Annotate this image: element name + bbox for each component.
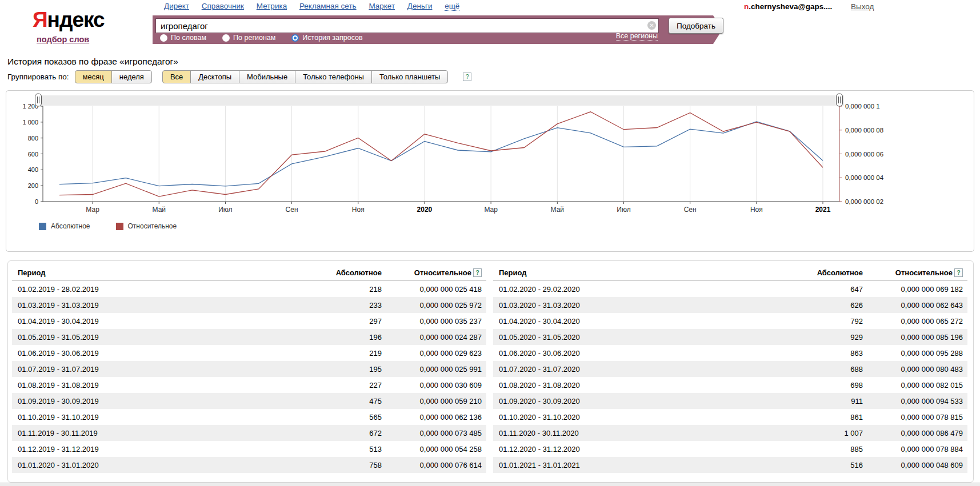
table-row: 01.04.2020 - 30.04.20207920,000 000 065 …: [493, 313, 967, 329]
submit-button[interactable]: Подобрать: [669, 18, 723, 34]
range-slider-left-handle[interactable]: [35, 94, 42, 106]
cell-relative: 0,000 000 085 196: [863, 333, 963, 342]
history-chart: 02004006008001 0001 2000,000 000 020,000…: [6, 91, 973, 214]
nav-link-more[interactable]: ещё: [445, 2, 459, 11]
account-email: n.chernysheva@gaps....: [744, 2, 832, 11]
mode-label: По словам: [171, 34, 206, 42]
tab-all-devices[interactable]: Все: [162, 70, 191, 83]
table-row: 01.06.2019 - 30.06.20192190,000 000 029 …: [12, 345, 486, 361]
history-table-2019: ПериодАбсолютноеОтносительное?01.02.2019…: [12, 264, 486, 482]
col-relative-label: Относительное: [895, 268, 953, 277]
cell-absolute: 758: [296, 461, 382, 469]
cell-absolute: 196: [296, 333, 382, 342]
tab-phones-only[interactable]: Только телефоны: [295, 70, 372, 83]
mode-by-regions[interactable]: По регионам: [222, 34, 275, 42]
table-header: ПериодАбсолютноеОтносительное?: [12, 264, 486, 281]
radio-unselected-icon[interactable]: [160, 34, 167, 42]
cell-period: 01.03.2020 - 31.03.2020: [499, 301, 777, 310]
radio-unselected-icon[interactable]: [222, 34, 230, 42]
nav-link-direct[interactable]: Директ: [164, 2, 189, 10]
right-tick-label: 0,000 000 06: [845, 151, 883, 158]
x-tick-label: Июл: [617, 206, 630, 214]
table-header: ПериодАбсолютноеОтносительное?: [493, 264, 967, 281]
left-tick-label: 400: [28, 166, 38, 173]
cell-absolute: 688: [777, 365, 863, 373]
devices-help-icon[interactable]: ?: [463, 73, 471, 81]
range-slider-right-handle[interactable]: [837, 94, 843, 106]
wordstat-service-link[interactable]: подбор слов: [37, 35, 89, 44]
group-week-button[interactable]: неделя: [111, 70, 152, 83]
table-row: 01.12.2020 - 31.12.20208850,000 000 078 …: [493, 441, 967, 457]
table-row: 01.04.2019 - 30.04.20192970,000 000 035 …: [12, 313, 486, 329]
radio-selected-icon[interactable]: [291, 34, 299, 42]
chart-legend: Абсолютное Относительное: [39, 222, 974, 230]
logo-rest: ндекс: [47, 8, 105, 31]
nav-link-metrika[interactable]: Метрика: [257, 2, 287, 10]
yandex-logo[interactable]: Яндекс: [33, 8, 105, 32]
tab-tablets-only[interactable]: Только планшеты: [371, 70, 448, 83]
cell-relative: 0,000 000 062 643: [863, 301, 963, 310]
handle-body[interactable]: [35, 94, 42, 106]
cell-absolute: 792: [777, 317, 863, 326]
search-input[interactable]: [155, 18, 659, 33]
cell-relative: 0,000 000 030 609: [382, 381, 482, 389]
cell-relative: 0,000 000 076 614: [382, 461, 482, 469]
tab-mobile[interactable]: Мобильные: [239, 70, 295, 83]
x-tick-label: 2020: [417, 206, 433, 214]
x-tick-label: Июл: [218, 206, 232, 214]
nav-link-reklamnaya-set[interactable]: Рекламная сеть: [299, 2, 357, 10]
cell-relative: 0,000 000 054 258: [382, 445, 482, 453]
history-tables: ПериодАбсолютноеОтносительное?01.02.2019…: [7, 260, 974, 483]
x-tick-label: 2021: [815, 206, 831, 214]
cell-absolute: 698: [777, 381, 863, 389]
cell-period: 01.10.2020 - 31.10.2020: [499, 413, 777, 421]
logout-link[interactable]: Выход: [851, 2, 874, 11]
table-row: 01.09.2019 - 30.09.20194750,000 000 059 …: [12, 393, 486, 409]
cell-period: 01.07.2020 - 31.07.2020: [499, 365, 777, 373]
cell-absolute: 227: [296, 381, 382, 389]
legend-item-absolute[interactable]: Абсолютное: [39, 222, 90, 230]
cell-absolute: 911: [777, 397, 863, 405]
account-email-rest: .chernysheva@gaps....: [749, 2, 832, 11]
table-row: 01.02.2019 - 28.02.20192180,000 000 025 …: [12, 281, 486, 297]
tab-desktops[interactable]: Десктопы: [190, 70, 239, 83]
cell-period: 01.06.2019 - 30.06.2019: [18, 349, 296, 358]
handle-body[interactable]: [837, 94, 843, 106]
right-tick-label: 0,000 000 08: [845, 127, 883, 134]
table-row: 01.12.2019 - 31.12.20195130,000 000 054 …: [12, 441, 486, 457]
cell-absolute: 885: [777, 445, 863, 453]
table-row: 01.10.2019 - 31.10.20195650,000 000 062 …: [12, 409, 486, 425]
cell-absolute: 195: [296, 365, 382, 373]
cell-period: 01.09.2020 - 30.09.2020: [499, 397, 777, 405]
table-row: 01.07.2019 - 31.07.20191950,000 000 025 …: [12, 361, 486, 377]
relative-help-icon[interactable]: ?: [954, 268, 963, 277]
relative-help-icon[interactable]: ?: [473, 268, 482, 277]
clear-input-icon[interactable]: ✕: [647, 21, 656, 30]
mode-by-words[interactable]: По словам: [160, 34, 206, 42]
legend-item-relative[interactable]: Относительное: [116, 222, 177, 230]
mode-query-history[interactable]: История запросов: [291, 34, 362, 42]
cell-period: 01.06.2020 - 30.06.2020: [499, 349, 777, 358]
cell-absolute: 475: [296, 397, 382, 405]
page-title: История показов по фразе «игропедагог»: [7, 57, 178, 67]
all-regions-link[interactable]: Все регионы: [616, 32, 658, 41]
nav-link-spravochnik[interactable]: Справочник: [202, 2, 244, 10]
cell-period: 01.08.2020 - 31.08.2020: [499, 381, 777, 389]
cell-absolute: 861: [777, 413, 863, 421]
cell-relative: 0,000 000 094 533: [863, 397, 963, 405]
search-band: ✕ Подобрать По словам По регионам Истори…: [153, 15, 713, 44]
right-tick-label: 0,000 000 02: [845, 198, 883, 205]
nav-link-market[interactable]: Маркет: [369, 2, 395, 10]
cell-absolute: 297: [296, 317, 382, 326]
cell-absolute: 626: [777, 301, 863, 310]
cell-period: 01.04.2020 - 30.04.2020: [499, 317, 777, 326]
table-row: 01.02.2020 - 29.02.20206470,000 000 069 …: [493, 281, 967, 297]
cell-absolute: 1 007: [777, 429, 863, 437]
cell-relative: 0,000 000 025 418: [382, 285, 482, 294]
range-slider-track[interactable]: [38, 95, 844, 106]
cell-period: 01.07.2019 - 31.07.2019: [18, 365, 296, 373]
wordstat-page: Директ Справочник Метрика Рекламная сеть…: [0, 0, 980, 486]
group-month-button[interactable]: месяц: [75, 70, 112, 83]
nav-link-dengi[interactable]: Деньги: [407, 2, 433, 10]
cell-period: 01.01.2021 - 31.01.2021: [499, 461, 777, 469]
